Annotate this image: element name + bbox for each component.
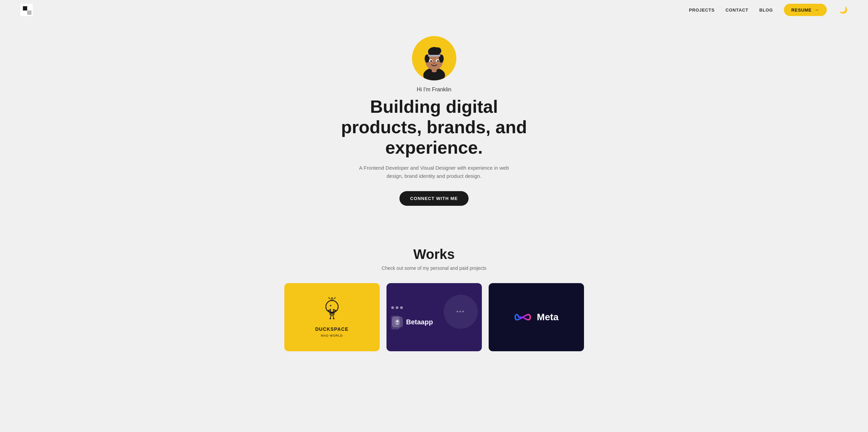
greeting-text: Hi I'm Franklin — [417, 87, 452, 93]
navbar: PROJECTS CONTACT BLOG RESUME → 🌙 — [0, 0, 868, 20]
svg-line-23 — [329, 298, 331, 299]
svg-rect-9 — [428, 55, 440, 57]
theme-toggle-button[interactable]: 🌙 — [839, 6, 848, 14]
svg-point-26 — [334, 297, 335, 298]
svg-point-24 — [328, 297, 329, 298]
meta-name: Meta — [537, 312, 559, 323]
arrow-icon: → — [814, 7, 819, 13]
duckspace-name: DUCKSPACE — [315, 326, 349, 332]
connect-button[interactable]: CONNECT WITH ME — [399, 191, 469, 206]
works-section: Works Check out some of my personal and … — [0, 226, 868, 365]
svg-point-14 — [433, 63, 435, 64]
nav-link-contact[interactable]: CONTACT — [726, 7, 748, 13]
svg-rect-17 — [330, 313, 334, 315]
svg-point-22 — [331, 297, 333, 299]
nav-link-projects[interactable]: PROJECTS — [689, 7, 714, 13]
meta-logo-icon — [514, 312, 532, 323]
svg-point-18 — [330, 305, 331, 306]
logo[interactable] — [20, 4, 33, 16]
svg-line-19 — [330, 315, 331, 318]
betaapp-bubble: ••• — [444, 295, 478, 329]
hero-subtitle: A Frontend Developer and Visual Designer… — [359, 164, 509, 180]
resume-button[interactable]: RESUME → — [784, 4, 827, 16]
duckspace-logo-icon — [318, 297, 346, 324]
svg-point-12 — [430, 60, 432, 62]
project-card-betaapp[interactable]: Betaapp ••• — [386, 283, 482, 351]
project-card-meta[interactable]: Meta — [489, 283, 584, 351]
hero-section: Hi I'm Franklin Building digital product… — [0, 20, 868, 226]
duckspace-sub: MAD WORLD — [321, 334, 343, 337]
betaapp-name: Betaapp — [406, 318, 433, 326]
svg-point-13 — [437, 60, 439, 62]
svg-point-6 — [435, 47, 441, 54]
works-subtitle: Check out some of my personal and paid p… — [382, 265, 486, 271]
avatar — [412, 36, 456, 80]
works-title: Works — [413, 247, 455, 262]
projects-grid: DUCKSPACE MAD WORLD — [284, 283, 584, 351]
hero-title: Building digital products, brands, and e… — [332, 97, 536, 158]
window-dots — [391, 306, 403, 309]
betaapp-phone-graphic — [391, 316, 399, 329]
svg-line-25 — [333, 298, 335, 299]
nav-links: PROJECTS CONTACT BLOG RESUME → 🌙 — [689, 4, 848, 16]
svg-line-20 — [333, 315, 334, 318]
nav-link-blog[interactable]: BLOG — [759, 7, 773, 13]
project-card-duckspace[interactable]: DUCKSPACE MAD WORLD — [284, 283, 380, 351]
